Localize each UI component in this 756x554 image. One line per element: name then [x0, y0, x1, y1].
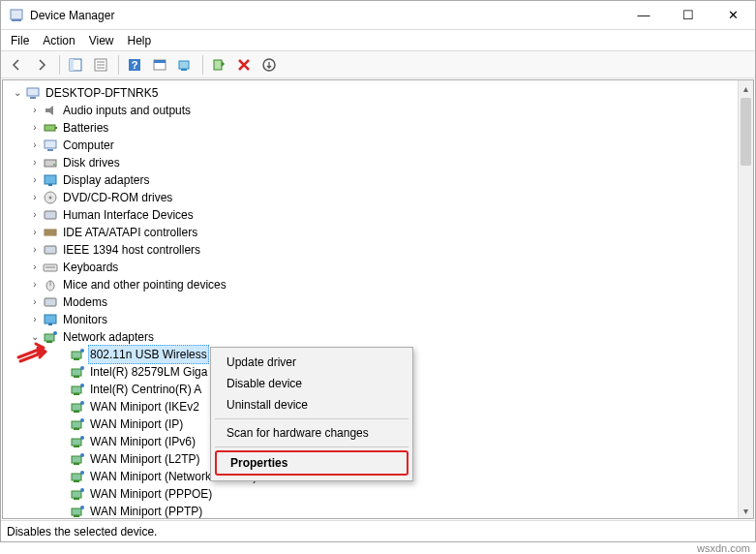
tree-row-cat-12[interactable]: ›Monitors	[7, 311, 738, 328]
status-text: Disables the selected device.	[7, 525, 157, 539]
ctx-properties[interactable]: Properties	[215, 450, 408, 476]
svg-rect-13	[181, 69, 187, 71]
device-manager-window: Device Manager — ☐ ✕ File Action View He…	[0, 0, 756, 542]
scroll-thumb[interactable]	[741, 98, 751, 166]
tree-label: Disk drives	[61, 154, 122, 171]
tree-row-cat-13[interactable]: ⌄Network adapters	[7, 328, 738, 346]
expander-icon[interactable]: ›	[28, 293, 42, 311]
tree-row-cat-9[interactable]: ›Keyboards	[7, 259, 738, 276]
tree-row-net-8[interactable]: WAN Miniport (PPPOE)	[7, 485, 738, 503]
menu-help[interactable]: Help	[128, 34, 152, 47]
tree-label: DESKTOP-DFTNRK5	[44, 84, 160, 102]
expander-icon[interactable]: ›	[28, 154, 42, 171]
expander-icon[interactable]: ›	[28, 311, 42, 328]
app-icon	[9, 8, 24, 23]
expander-icon[interactable]: ›	[28, 189, 42, 206]
svg-rect-49	[72, 386, 81, 393]
maximize-button[interactable]: ☐	[666, 1, 711, 30]
tree-row-cat-3[interactable]: ›Disk drives	[7, 154, 738, 171]
show-hidden-button[interactable]	[148, 53, 171, 77]
tree-row-net-9[interactable]: WAN Miniport (PPTP)	[7, 503, 738, 518]
svg-rect-24	[45, 175, 56, 184]
enable-button[interactable]	[207, 53, 230, 77]
ctx-scan-hardware[interactable]: Scan for hardware changes	[213, 422, 410, 444]
svg-rect-25	[48, 184, 52, 186]
ctx-disable-device[interactable]: Disable device	[213, 373, 410, 394]
forward-button[interactable]	[30, 53, 53, 77]
svg-rect-19	[55, 127, 57, 129]
device-icon	[69, 504, 86, 518]
tree-row-cat-5[interactable]: ›DVD/CD-ROM drives	[7, 189, 738, 206]
svg-rect-53	[74, 411, 79, 413]
tree-row-cat-7[interactable]: ›IDE ATA/ATAPI controllers	[7, 224, 738, 241]
device-icon	[42, 155, 59, 170]
svg-rect-3	[70, 59, 74, 71]
scroll-down-icon[interactable]: ▾	[739, 503, 753, 518]
back-button[interactable]	[5, 53, 28, 77]
close-button[interactable]: ✕	[711, 1, 755, 30]
expander-icon[interactable]: ⌄	[11, 84, 24, 102]
expander-icon[interactable]: ›	[28, 102, 42, 119]
show-hide-tree-button[interactable]	[64, 53, 87, 77]
svg-rect-32	[45, 246, 56, 254]
svg-rect-59	[74, 446, 79, 447]
svg-point-48	[80, 366, 84, 370]
scroll-up-icon[interactable]: ▴	[739, 80, 753, 96]
tree-row-cat-8[interactable]: ›IEEE 1394 host controllers	[7, 241, 738, 259]
expander-icon[interactable]: ›	[28, 171, 42, 189]
disable-button[interactable]	[232, 53, 256, 77]
svg-rect-55	[72, 421, 81, 428]
scan-hardware-button[interactable]	[173, 53, 197, 77]
menu-action[interactable]: Action	[43, 34, 75, 47]
device-icon	[42, 172, 59, 188]
vertical-scrollbar[interactable]: ▴ ▾	[738, 80, 753, 518]
tree-row-cat-6[interactable]: ›Human Interface Devices	[7, 206, 738, 224]
tree-label: WAN Miniport (IKEv2	[88, 398, 201, 416]
tree-row-cat-11[interactable]: ›Modems	[7, 293, 738, 311]
tree-row-cat-1[interactable]: ›Batteries	[7, 119, 738, 137]
tree-row-cat-4[interactable]: ›Display adapters	[7, 171, 738, 189]
toolbar-separator	[118, 55, 119, 75]
device-icon	[69, 364, 86, 380]
uninstall-button[interactable]	[257, 53, 281, 77]
expander-icon[interactable]: ›	[28, 137, 42, 154]
tree-label: Computer	[61, 137, 116, 154]
expander-icon[interactable]: ›	[28, 259, 42, 276]
tree-label: WAN Miniport (IPv6)	[88, 433, 197, 450]
tree-label: Display adapters	[61, 171, 151, 189]
tree-row-cat-0[interactable]: ›Audio inputs and outputs	[7, 102, 738, 119]
svg-point-63	[80, 453, 84, 457]
ctx-update-driver[interactable]: Update driver	[213, 352, 410, 373]
expander-icon[interactable]: ›	[28, 224, 42, 241]
svg-rect-12	[179, 61, 189, 69]
expander-icon[interactable]: ›	[28, 206, 42, 224]
device-icon	[69, 382, 86, 397]
svg-text:?: ?	[132, 59, 138, 71]
svg-rect-37	[45, 298, 56, 306]
expander-icon[interactable]: ›	[28, 241, 42, 259]
menu-file[interactable]: File	[11, 34, 29, 47]
toolbar-separator	[59, 55, 60, 75]
expander-icon[interactable]: ›	[28, 119, 42, 137]
svg-point-60	[80, 436, 84, 440]
svg-rect-38	[45, 315, 56, 323]
expander-icon[interactable]: ›	[28, 276, 42, 293]
svg-rect-67	[72, 491, 81, 498]
tree-label: Intel(R) Centrino(R) A	[88, 381, 203, 398]
device-icon	[42, 138, 59, 153]
device-icon	[69, 486, 86, 502]
device-icon	[42, 207, 59, 223]
tree-label: Monitors	[61, 311, 109, 328]
properties-button[interactable]	[89, 53, 112, 77]
svg-rect-70	[72, 508, 81, 515]
tree-row-root[interactable]: ⌄DESKTOP-DFTNRK5	[7, 84, 738, 102]
menubar: File Action View Help	[1, 30, 755, 51]
minimize-button[interactable]: —	[621, 1, 666, 30]
tree-row-cat-10[interactable]: ›Mice and other pointing devices	[7, 276, 738, 293]
menu-view[interactable]: View	[89, 34, 114, 47]
ctx-uninstall-device[interactable]: Uninstall device	[213, 394, 410, 416]
help-button[interactable]: ?	[123, 53, 146, 77]
svg-rect-62	[74, 463, 79, 465]
tree-row-cat-2[interactable]: ›Computer	[7, 137, 738, 154]
svg-point-72	[80, 506, 84, 509]
